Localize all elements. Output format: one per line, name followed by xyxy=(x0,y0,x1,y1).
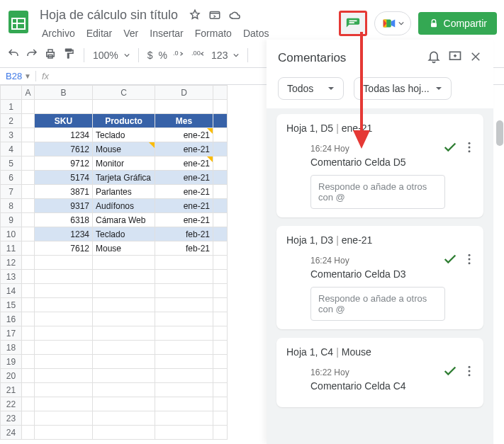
chevron-down-icon xyxy=(124,52,130,58)
comments-panel: Comentarios Todos Todas las hoj... Hoja … xyxy=(267,40,493,444)
title-area: Hoja de cálculo sin título Archivo Edita… xyxy=(37,6,339,41)
cell[interactable]: Parlantes xyxy=(93,185,155,199)
cell[interactable]: Tarjeta Gráfica xyxy=(93,171,155,185)
cell[interactable]: Cámara Web xyxy=(93,213,155,227)
sheets-logo-icon[interactable] xyxy=(6,9,31,35)
cell[interactable]: 3871 xyxy=(35,185,93,199)
menu-datos[interactable]: Datos xyxy=(238,25,274,41)
name-box-value: B28 xyxy=(6,71,22,81)
cell[interactable]: Teclado xyxy=(93,227,155,241)
app-header: Hoja de cálculo sin título Archivo Edita… xyxy=(0,0,504,42)
comment-location: Hoja 1, D5|ene-21 xyxy=(286,123,481,134)
cell[interactable]: ene-21 xyxy=(155,156,213,171)
svg-point-20 xyxy=(469,366,471,368)
svg-point-21 xyxy=(469,370,471,372)
cell[interactable]: ene-21 xyxy=(155,171,213,185)
open-comments-button[interactable] xyxy=(339,11,367,36)
cell[interactable]: 5174 xyxy=(35,171,93,185)
undo-icon[interactable] xyxy=(7,47,20,62)
close-icon[interactable] xyxy=(469,50,482,65)
cell[interactable]: ene-21 xyxy=(155,213,213,227)
move-icon[interactable] xyxy=(206,8,223,19)
comment-location: Hoja 1, C4|Mouse xyxy=(286,346,481,358)
comment-text: Comentario Celda C4 xyxy=(310,380,449,392)
meet-button[interactable] xyxy=(374,11,411,35)
cell[interactable]: ene-21 xyxy=(155,142,213,156)
cell[interactable]: 9712 xyxy=(35,156,93,171)
svg-rect-7 xyxy=(431,23,437,27)
filter-all-chip[interactable]: Todos xyxy=(278,77,344,100)
svg-rect-9 xyxy=(48,50,52,52)
menubar: Archivo Editar Ver Insertar Formato Dato… xyxy=(37,25,339,41)
filter-sheets-chip[interactable]: Todas las hoj... xyxy=(354,77,451,100)
resolve-icon[interactable] xyxy=(442,363,458,381)
cell[interactable]: 6318 xyxy=(35,213,93,227)
cell[interactable]: Audífonos xyxy=(93,199,155,213)
menu-archivo[interactable]: Archivo xyxy=(37,25,80,41)
chevron-down-icon xyxy=(327,85,335,92)
percent-button[interactable]: % xyxy=(159,50,167,61)
cell[interactable]: ene-21 xyxy=(155,185,213,199)
number-format-select[interactable]: 123 xyxy=(211,50,228,61)
comment-time: 16:22 Hoy xyxy=(310,368,449,377)
comment-card[interactable]: Hoja 1, D5|ene-2116:24 HoyComentario Cel… xyxy=(276,114,483,217)
chevron-down-icon xyxy=(233,52,239,58)
svg-point-15 xyxy=(469,147,471,149)
cell[interactable]: 9317 xyxy=(35,199,93,213)
spreadsheet-grid[interactable]: ABCD12SKUProductoMes31234Tecladoene-2147… xyxy=(0,85,255,444)
cell[interactable]: 7612 xyxy=(35,241,93,256)
cell[interactable]: 1234 xyxy=(35,227,93,241)
cell[interactable]: Mouse xyxy=(93,241,155,256)
comment-time: 16:24 Hoy xyxy=(310,256,449,266)
comment-location: Hoja 1, D3|ene-21 xyxy=(286,234,481,246)
comment-card[interactable]: Hoja 1, C4|Mouse16:22 HoyComentario Celd… xyxy=(276,338,483,407)
more-icon[interactable] xyxy=(464,364,475,380)
notifications-icon[interactable] xyxy=(427,50,441,66)
new-comment-icon[interactable] xyxy=(448,50,462,66)
menu-ver[interactable]: Ver xyxy=(118,25,143,41)
cell[interactable]: Teclado xyxy=(93,128,155,142)
svg-text:.0: .0 xyxy=(173,50,179,57)
menu-formato[interactable]: Formato xyxy=(190,25,237,41)
more-icon[interactable] xyxy=(464,252,475,268)
paint-format-icon[interactable] xyxy=(62,47,75,62)
svg-text:.00: .00 xyxy=(191,50,201,57)
zoom-select[interactable]: 100% xyxy=(93,50,118,61)
decrease-decimal-icon[interactable]: .0 xyxy=(173,49,186,61)
comments-panel-title: Comentarios xyxy=(278,51,420,65)
reply-input[interactable]: Responde o añade a otros con @ xyxy=(310,175,445,209)
resolve-icon[interactable] xyxy=(442,140,458,157)
cloud-status-icon[interactable] xyxy=(225,8,244,19)
name-box[interactable]: B28 ▼ xyxy=(0,71,35,81)
scrollbar-thumb[interactable] xyxy=(496,120,503,146)
cell[interactable]: Mouse xyxy=(93,142,155,156)
cell[interactable]: ene-21 xyxy=(155,128,213,142)
doc-title[interactable]: Hoja de cálculo sin título xyxy=(37,6,181,24)
cell[interactable]: 1234 xyxy=(35,128,93,142)
comment-text: Comentario Celda D5 xyxy=(310,156,449,168)
comment-card[interactable]: Hoja 1, D3|ene-2116:24 HoyComentario Cel… xyxy=(276,226,483,329)
more-icon[interactable] xyxy=(464,140,475,156)
comment-list[interactable]: Hoja 1, D5|ene-2116:24 HoyComentario Cel… xyxy=(267,108,493,444)
cell[interactable]: ene-21 xyxy=(155,199,213,213)
cell[interactable]: feb-21 xyxy=(155,241,213,256)
menu-insertar[interactable]: Insertar xyxy=(145,25,188,41)
share-label: Compartir xyxy=(444,18,487,29)
cell[interactable]: 7612 xyxy=(35,142,93,156)
fx-label: fx xyxy=(35,71,55,81)
chevron-down-icon xyxy=(398,21,404,26)
print-icon[interactable] xyxy=(44,47,57,62)
menu-editar[interactable]: Editar xyxy=(82,25,118,41)
filter-all-label: Todos xyxy=(287,83,313,94)
cell[interactable]: feb-21 xyxy=(155,227,213,241)
reply-input[interactable]: Responde o añade a otros con @ xyxy=(310,287,445,321)
redo-icon[interactable] xyxy=(26,47,38,62)
currency-button[interactable]: $ xyxy=(147,50,153,61)
resolve-icon[interactable] xyxy=(442,251,458,269)
share-button[interactable]: Compartir xyxy=(418,12,497,35)
increase-decimal-icon[interactable]: .00 xyxy=(191,49,206,61)
svg-point-19 xyxy=(469,262,471,264)
cell[interactable]: Monitor xyxy=(93,156,155,171)
filter-sheets-label: Todas las hoj... xyxy=(363,83,429,94)
star-icon[interactable] xyxy=(186,8,203,19)
